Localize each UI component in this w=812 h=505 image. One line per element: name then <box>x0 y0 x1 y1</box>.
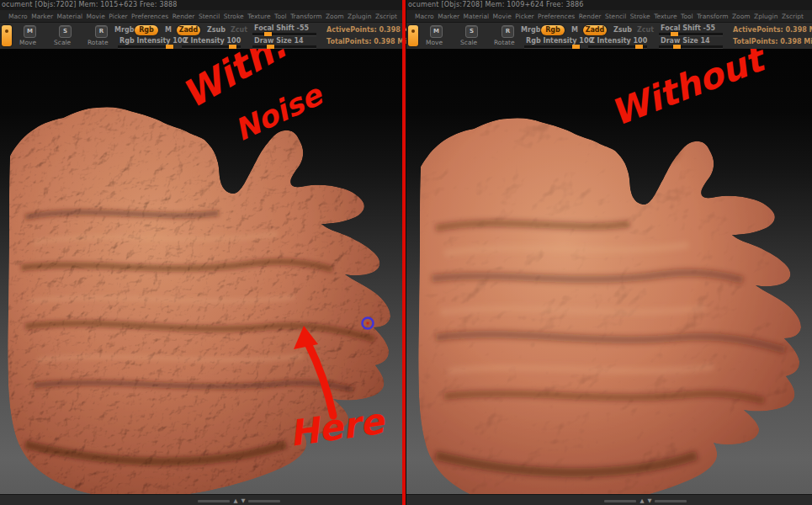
menu-item[interactable]: Zoom <box>326 13 344 20</box>
scale-button[interactable]: Scale <box>460 39 477 46</box>
menu-item[interactable]: Picker <box>515 13 533 20</box>
rgb-intensity-slider[interactable]: Rgb Intensity 100 <box>524 37 580 49</box>
document-canvas-with-noise[interactable]: With. Noise Here <box>0 49 406 495</box>
tray-divider-widget[interactable]: ▲ ▼ <box>198 498 280 503</box>
rotate-button[interactable]: Rotate <box>494 39 515 46</box>
slider-track <box>252 33 316 35</box>
mrgb-button[interactable]: Mrgb <box>521 25 540 35</box>
annotations: Without <box>605 49 772 134</box>
rgb-button[interactable]: Rgb <box>135 25 158 35</box>
scale-icon[interactable]: S <box>465 25 478 38</box>
menu-item[interactable]: Movie <box>87 13 105 20</box>
menu-item[interactable]: Stroke <box>224 13 244 20</box>
focal-shift-slider[interactable]: Focal Shift -55 <box>252 24 316 36</box>
menu-item[interactable]: Texture <box>654 13 677 20</box>
menu-item[interactable]: Zscript <box>782 13 804 20</box>
z-intensity-slider[interactable]: Z Intensity 100 <box>182 37 241 49</box>
slider-track <box>659 45 723 48</box>
menu-item[interactable]: Marker <box>438 13 459 20</box>
draw-mode-button[interactable] <box>408 25 418 46</box>
rgb-intensity-slider[interactable]: Rgb Intensity 100 <box>118 37 173 49</box>
menu-bar: MacroMarkerMaterialMoviePickerPreference… <box>406 10 812 23</box>
draw-size-label: Draw Size 14 <box>661 37 710 45</box>
menu-item[interactable]: Tool <box>274 13 287 20</box>
tray-up-arrow-icon[interactable]: ▲ <box>640 498 644 503</box>
z-intensity-label: Z Intensity 100 <box>590 37 647 45</box>
menu-item[interactable]: Transform <box>697 13 728 20</box>
rgb-button[interactable]: Rgb <box>541 25 565 35</box>
draw-mode-button[interactable] <box>2 25 12 46</box>
top-shelf: M Move S Scale R Rotate Mrgb Rgb M Zadd … <box>406 23 812 50</box>
z-intensity-slider[interactable]: Z Intensity 100 <box>588 37 647 49</box>
zcut-button[interactable]: Zcut <box>231 25 247 35</box>
title-bar: ocument [Objs:7202] Mem: 1015+623 Free: … <box>0 0 406 10</box>
mrgb-button[interactable]: Mrgb <box>114 25 134 35</box>
tray-drag-bar[interactable] <box>198 500 230 502</box>
menu-item[interactable]: Material <box>464 13 489 20</box>
focal-shift-slider[interactable]: Focal Shift -55 <box>659 24 723 36</box>
slider-handle[interactable] <box>264 32 272 36</box>
menu-bar: MacroMarkerMaterialMoviePickerPreference… <box>0 10 406 23</box>
menu-item[interactable]: Transform <box>290 13 321 20</box>
menu-item[interactable]: Marker <box>31 13 53 20</box>
menu-item[interactable]: Zplugin <box>754 13 778 20</box>
scale-button[interactable]: Scale <box>54 39 71 46</box>
menu-item[interactable]: Preferences <box>131 13 168 20</box>
menu-item[interactable]: Macro <box>8 13 28 20</box>
title-bar: ocument [Objs:7208] Mem: 1009+624 Free: … <box>406 0 812 10</box>
menu-item[interactable]: Macro <box>415 13 434 20</box>
active-points-readout: ActivePoints: 0.398 Mil <box>733 26 812 34</box>
zbrush-window-without-noise: ocument [Objs:7208] Mem: 1009+624 Free: … <box>406 0 812 505</box>
scale-icon[interactable]: S <box>59 25 72 38</box>
menu-item[interactable]: Zplugin <box>348 13 371 20</box>
draw-size-slider[interactable]: Draw Size 14 <box>659 37 723 49</box>
draw-size-slider[interactable]: Draw Size 14 <box>252 37 316 49</box>
tray-up-arrow-icon[interactable]: ▲ <box>233 498 237 503</box>
zadd-button[interactable]: Zadd <box>583 25 607 35</box>
zsub-button[interactable]: Zsub <box>207 25 226 35</box>
tray-divider-widget[interactable]: ▲ ▼ <box>604 498 687 503</box>
menu-item[interactable]: Picker <box>109 13 127 20</box>
menu-item[interactable]: Movie <box>493 13 512 20</box>
bottom-tray-bar: ▲ ▼ <box>406 494 812 505</box>
crater-detail <box>648 141 678 161</box>
slider-handle[interactable] <box>671 32 678 36</box>
menu-item[interactable]: Stencil <box>605 13 626 20</box>
document-canvas-without-noise[interactable]: Without <box>406 49 812 495</box>
tray-drag-bar[interactable] <box>604 500 636 502</box>
menu-item[interactable]: Render <box>172 13 195 20</box>
menu-item[interactable]: Tool <box>681 13 693 20</box>
slider-track <box>252 45 316 48</box>
zcut-button[interactable]: Zcut <box>637 25 654 35</box>
top-shelf: M Move S Scale R Rotate Mrgb Rgb M Zadd … <box>0 23 406 50</box>
menu-item[interactable]: Stencil <box>199 13 220 20</box>
menu-item[interactable]: Zoom <box>732 13 751 20</box>
menu-item[interactable]: Stroke <box>630 13 650 20</box>
tray-down-arrow-icon[interactable]: ▼ <box>241 498 245 503</box>
menu-item[interactable]: Render <box>579 13 602 20</box>
rotate-icon[interactable]: R <box>95 25 108 38</box>
move-button[interactable]: Move <box>19 39 36 46</box>
active-points-readout: ActivePoints: 0.398 Mil <box>326 26 414 34</box>
move-icon[interactable]: M <box>430 25 443 38</box>
tray-drag-bar[interactable] <box>655 500 687 502</box>
move-icon[interactable]: M <box>24 25 36 38</box>
rotate-icon[interactable]: R <box>502 25 514 38</box>
tray-down-arrow-icon[interactable]: ▼ <box>647 498 651 503</box>
sculpt-mesh-smooth[interactable] <box>418 118 801 495</box>
menu-item[interactable]: Preferences <box>538 13 575 20</box>
move-button[interactable]: Move <box>426 39 443 46</box>
rotate-button[interactable]: Rotate <box>88 39 109 46</box>
menu-item[interactable]: Texture <box>247 13 270 20</box>
m-button[interactable]: M <box>165 25 172 35</box>
menu-item[interactable]: Material <box>57 13 82 20</box>
menu-item[interactable]: Zscript <box>375 13 397 20</box>
annotation-without: Without <box>605 49 772 134</box>
m-button[interactable]: M <box>571 25 578 35</box>
total-points-readout: TotalPoints: 0.398 Mil <box>733 38 812 45</box>
tray-drag-bar[interactable] <box>248 500 280 502</box>
zadd-button[interactable]: Zadd <box>177 25 200 35</box>
comparison-divider-line <box>402 0 406 505</box>
zsub-button[interactable]: Zsub <box>613 25 632 35</box>
rgb-intensity-label: Rgb Intensity 100 <box>526 37 593 45</box>
